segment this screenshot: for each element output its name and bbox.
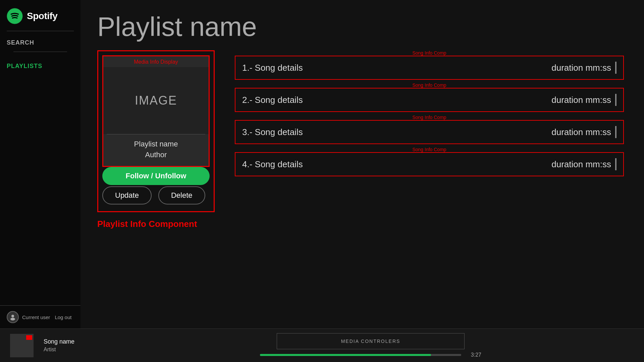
song-duration-3: duration mm:ss [551, 126, 616, 138]
sidebar-nav: SEARCH Playlists [0, 37, 80, 72]
playlist-meta: Playlist name Author [103, 134, 209, 166]
bottom-player: Song name Artist MEDIA CONTROLERS 3:27 [0, 328, 644, 362]
song-info-comp-label-3: Song Info Comp [235, 115, 624, 120]
song-row-4[interactable]: 4.- Song detailsduration mm:ss [235, 152, 624, 176]
song-duration-1: duration mm:ss [551, 62, 616, 74]
progress-row: 3:27 [260, 352, 481, 358]
left-panel: Media Info Display IMAGE Playlist name A… [97, 50, 215, 318]
content-columns: Media Info Display IMAGE Playlist name A… [97, 50, 624, 318]
media-info-label: Media Info Display [103, 56, 209, 67]
playlist-info-outer-border: Media Info Display IMAGE Playlist name A… [97, 50, 215, 212]
sidebar-bottom: Current user Log out [0, 305, 80, 328]
now-playing-info: Song name Artist [44, 338, 97, 353]
spotify-wordmark: Spotify [27, 11, 57, 21]
sidebar-item-playlists[interactable]: Playlists [7, 60, 74, 72]
media-controls-label: MEDIA CONTROLERS [341, 339, 400, 344]
duration-bar-3 [615, 126, 616, 138]
media-controls-area: MEDIA CONTROLERS 3:27 [121, 333, 621, 358]
song-details-3: 3.- Song details [242, 127, 303, 137]
playlist-info-component-label: Playlist Info Component [97, 219, 215, 229]
duration-bar-4 [615, 158, 616, 170]
time-display: 3:27 [471, 352, 481, 358]
song-list: Song Info Comp1.- Song detailsduration m… [235, 50, 624, 318]
song-details-2: 2.- Song details [242, 95, 303, 105]
now-playing-song: Song name [44, 338, 97, 345]
image-placeholder: IMAGE [103, 67, 209, 134]
song-row-1[interactable]: 1.- Song detailsduration mm:ss [235, 56, 624, 80]
progress-bar-fill [260, 354, 431, 356]
now-playing-artist: Artist [44, 347, 97, 353]
page-title: Playlist name [97, 13, 624, 40]
sidebar-top-divider [7, 31, 74, 31]
user-avatar [7, 311, 19, 323]
song-duration-2: duration mm:ss [551, 94, 616, 106]
delete-button[interactable]: Delete [158, 186, 205, 204]
song-duration-text-3: duration mm:ss [551, 127, 611, 137]
logout-button[interactable]: Log out [55, 314, 71, 320]
media-controls-box: MEDIA CONTROLERS [277, 333, 465, 349]
song-details-4: 4.- Song details [242, 159, 303, 170]
progress-bar[interactable] [260, 354, 461, 356]
current-user-label: Current user [22, 314, 50, 320]
song-details-1: 1.- Song details [242, 63, 303, 73]
svg-point-4 [10, 318, 15, 320]
song-info-group-2: Song Info Comp2.- Song detailsduration m… [235, 82, 624, 112]
song-info-comp-label-2: Song Info Comp [235, 82, 624, 88]
media-info-display: Media Info Display IMAGE Playlist name A… [102, 55, 210, 167]
duration-bar-2 [615, 94, 616, 106]
song-row-2[interactable]: 2.- Song detailsduration mm:ss [235, 88, 624, 112]
follow-unfollow-button[interactable]: Follow / Unfollow [102, 167, 210, 185]
song-duration-4: duration mm:ss [551, 158, 616, 170]
sidebar: Spotify SEARCH Playlists Current user Lo… [0, 0, 80, 328]
song-info-comp-label-1: Song Info Comp [235, 50, 624, 56]
playlist-author-display: Author [103, 150, 209, 159]
spotify-icon [7, 8, 23, 24]
song-duration-text-4: duration mm:ss [551, 159, 611, 170]
song-info-group-3: Song Info Comp3.- Song detailsduration m… [235, 115, 624, 144]
song-info-comp-label-4: Song Info Comp [235, 147, 624, 152]
duration-bar-1 [615, 62, 616, 74]
thumb-red-corner [26, 335, 32, 340]
content-area: Playlist name Media Info Display IMAGE P… [80, 0, 644, 328]
action-buttons: Update Delete [102, 185, 210, 207]
song-duration-text-1: duration mm:ss [551, 63, 611, 73]
song-info-group-1: Song Info Comp1.- Song detailsduration m… [235, 50, 624, 80]
now-playing-thumbnail [10, 334, 34, 357]
playlist-name-display: Playlist name [103, 140, 209, 148]
sidebar-item-search[interactable]: SEARCH [7, 37, 74, 49]
song-duration-text-2: duration mm:ss [551, 95, 611, 105]
sidebar-logo: Spotify [0, 0, 80, 31]
song-info-group-4: Song Info Comp4.- Song detailsduration m… [235, 147, 624, 176]
svg-point-3 [11, 315, 14, 317]
sidebar-mid-divider [13, 52, 67, 52]
song-row-3[interactable]: 3.- Song detailsduration mm:ss [235, 120, 624, 144]
update-button[interactable]: Update [102, 186, 152, 204]
